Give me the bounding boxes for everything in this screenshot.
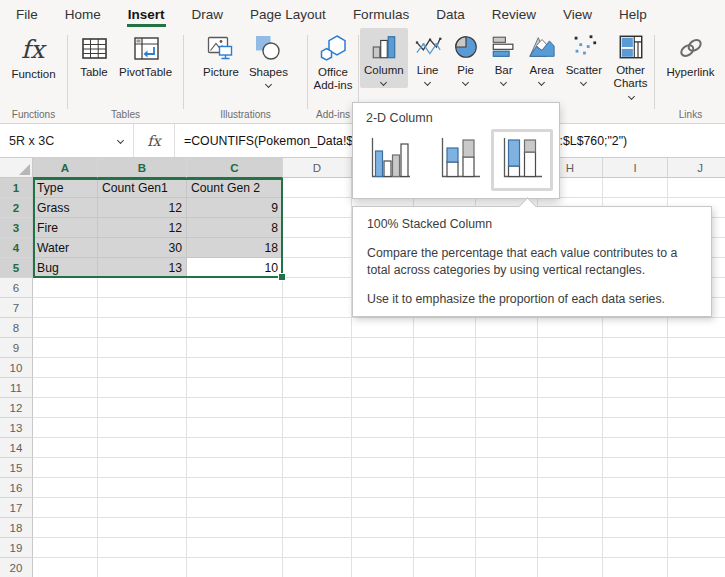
row-header-13[interactable]: 13 [0,418,33,438]
cell-J8[interactable] [668,318,725,338]
cell-F8[interactable] [414,318,476,338]
cell-B9[interactable] [98,338,187,358]
row-header-18[interactable]: 18 [0,518,33,538]
cell-A13[interactable] [33,418,98,438]
cell-D5[interactable] [283,258,352,278]
cell-B11[interactable] [98,378,187,398]
cell-A19[interactable] [33,538,98,558]
cell-F13[interactable] [414,418,476,438]
row-header-11[interactable]: 11 [0,378,33,398]
cell-B1[interactable]: Count Gen1 [98,178,187,198]
row-header-5[interactable]: 5 [0,258,33,278]
cell-F18[interactable] [414,518,476,538]
cell-D8[interactable] [283,318,352,338]
row-header-12[interactable]: 12 [0,398,33,418]
row-header-10[interactable]: 10 [0,358,33,378]
name-box[interactable]: 5R x 3C [0,124,134,157]
cell-C2[interactable]: 9 [187,198,283,218]
cell-D13[interactable] [283,418,352,438]
cell-A8[interactable] [33,318,98,338]
cell-G11[interactable] [476,378,538,398]
row-header-1[interactable]: 1 [0,178,33,198]
cell-D12[interactable] [283,398,352,418]
cell-A9[interactable] [33,338,98,358]
stacked-column-option[interactable] [437,135,483,185]
cell-C10[interactable] [187,358,283,378]
cell-B18[interactable] [98,518,187,538]
cell-B12[interactable] [98,398,187,418]
cell-A10[interactable] [33,358,98,378]
row-header-19[interactable]: 19 [0,538,33,558]
cell-C16[interactable] [187,478,283,498]
cell-B17[interactable] [98,498,187,518]
row-header-3[interactable]: 3 [0,218,33,238]
cell-J10[interactable] [668,358,725,378]
cell-H20[interactable] [538,558,603,577]
cell-A11[interactable] [33,378,98,398]
cell-F12[interactable] [414,398,476,418]
cell-B10[interactable] [98,358,187,378]
cell-I1[interactable] [603,178,668,198]
cell-J1[interactable] [668,178,725,198]
cell-E13[interactable] [352,418,414,438]
row-header-14[interactable]: 14 [0,438,33,458]
hyperlink-button[interactable]: Hyperlink [663,28,719,81]
cell-D16[interactable] [283,478,352,498]
cell-E20[interactable] [352,558,414,577]
column-chart-button[interactable]: Column [360,28,408,88]
cell-G9[interactable] [476,338,538,358]
cell-E15[interactable] [352,458,414,478]
cell-G18[interactable] [476,518,538,538]
column-header-D[interactable]: D [283,158,352,178]
menu-item-formulas[interactable]: Formulas [353,0,409,28]
row-header-17[interactable]: 17 [0,498,33,518]
cell-G8[interactable] [476,318,538,338]
cell-H17[interactable] [538,498,603,518]
cell-J20[interactable] [668,558,725,577]
menu-item-insert[interactable]: Insert [128,0,165,28]
cell-I17[interactable] [603,498,668,518]
cell-B19[interactable] [98,538,187,558]
cell-H18[interactable] [538,518,603,538]
cell-B20[interactable] [98,558,187,577]
stacked-100-column-option[interactable] [491,129,553,191]
cell-B15[interactable] [98,458,187,478]
cell-E11[interactable] [352,378,414,398]
active-cell-C5[interactable]: 10 [187,258,283,278]
menu-item-file[interactable]: File [16,0,38,28]
cell-H13[interactable] [538,418,603,438]
cell-G13[interactable] [476,418,538,438]
cell-F16[interactable] [414,478,476,498]
column-header-A[interactable]: A [33,158,98,178]
cell-I15[interactable] [603,458,668,478]
cell-I16[interactable] [603,478,668,498]
cell-F10[interactable] [414,358,476,378]
cell-H8[interactable] [538,318,603,338]
cell-A17[interactable] [33,498,98,518]
cell-A4[interactable]: Water [33,238,98,258]
cell-J14[interactable] [668,438,725,458]
cell-E8[interactable] [352,318,414,338]
cell-A2[interactable]: Grass [33,198,98,218]
cell-H10[interactable] [538,358,603,378]
cell-G10[interactable] [476,358,538,378]
menu-item-home[interactable]: Home [65,0,101,28]
cell-E16[interactable] [352,478,414,498]
cell-A5[interactable]: Bug [33,258,98,278]
cell-D3[interactable] [283,218,352,238]
cell-D11[interactable] [283,378,352,398]
cell-E18[interactable] [352,518,414,538]
cell-J9[interactable] [668,338,725,358]
cell-H19[interactable] [538,538,603,558]
cell-B7[interactable] [98,298,187,318]
cell-D2[interactable] [283,198,352,218]
cell-C13[interactable] [187,418,283,438]
cell-J15[interactable] [668,458,725,478]
cell-B2[interactable]: 12 [98,198,187,218]
cell-B4[interactable]: 30 [98,238,187,258]
column-header-C[interactable]: C [187,158,283,178]
cell-D14[interactable] [283,438,352,458]
cell-C12[interactable] [187,398,283,418]
row-header-20[interactable]: 20 [0,558,33,577]
row-header-2[interactable]: 2 [0,198,33,218]
